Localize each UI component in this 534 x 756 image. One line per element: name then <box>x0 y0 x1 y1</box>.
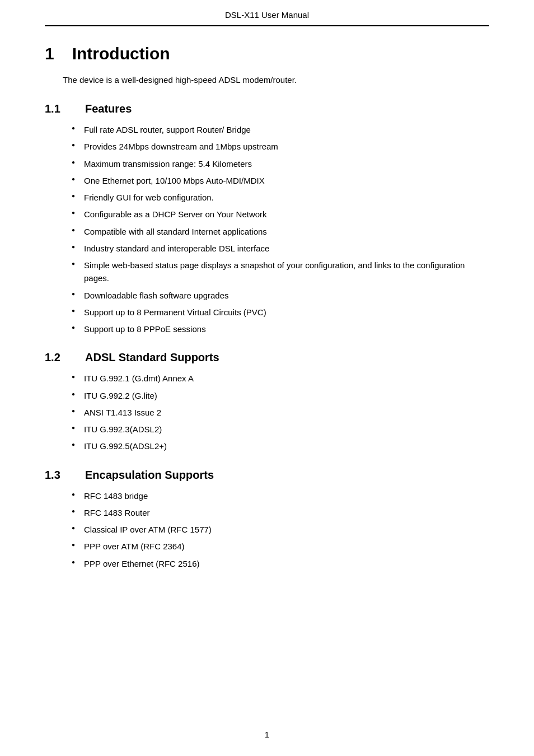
page: DSL-X11 User Manual 1 Introduction The d… <box>0 0 534 756</box>
section-12-title: ADSL Standard Supports <box>85 351 219 364</box>
list-item: RFC 1483 bridge <box>72 489 489 502</box>
list-item: ITU G.992.3(ADSL2) <box>72 423 489 436</box>
list-item: Downloadable flash software upgrades <box>72 289 489 302</box>
section-13-title: Encapsulation Supports <box>85 469 214 482</box>
section-11-title: Features <box>85 102 132 115</box>
list-item: Compatible with all standard Internet ap… <box>72 225 489 238</box>
intro-paragraph: The device is a well-designed high-speed… <box>63 73 489 87</box>
list-item: Friendly GUI for web configuration. <box>72 191 489 204</box>
chapter1-title: Introduction <box>72 44 170 63</box>
list-item: ITU G.992.5(ADSL2+) <box>72 440 489 452</box>
list-item: PPP over Ethernet (RFC 2516) <box>72 557 489 570</box>
page-number: 1 <box>265 730 269 739</box>
header-title: DSL-X11 User Manual <box>225 10 309 20</box>
list-item: ANSI T1.413 Issue 2 <box>72 406 489 419</box>
list-item: PPP over ATM (RFC 2364) <box>72 540 489 553</box>
list-item: Provides 24Mbps downstream and 1Mbps ups… <box>72 140 489 153</box>
section-13-number: 1.3 <box>45 469 69 482</box>
section-11-number: 1.1 <box>45 102 69 115</box>
features-list: Full rate ADSL router, support Router/ B… <box>72 123 489 335</box>
list-item: ITU G.992.1 (G.dmt) Annex A <box>72 372 489 385</box>
list-item: Classical IP over ATM (RFC 1577) <box>72 523 489 536</box>
section-12-number: 1.2 <box>45 351 69 364</box>
section-12-heading: 1.2 ADSL Standard Supports <box>45 351 489 364</box>
page-footer: 1 <box>0 730 534 739</box>
page-header: DSL-X11 User Manual <box>45 0 489 26</box>
adsl-standards-list: ITU G.992.1 (G.dmt) Annex AITU G.992.2 (… <box>72 372 489 452</box>
list-item: Industry standard and interoperable DSL … <box>72 242 489 255</box>
list-item: Maximum transmission range: 5.4 Kilomete… <box>72 157 489 170</box>
list-item: Support up to 8 PPPoE sessions <box>72 323 489 335</box>
section-11-heading: 1.1 Features <box>45 102 489 115</box>
encapsulation-list: RFC 1483 bridgeRFC 1483 RouterClassical … <box>72 489 489 570</box>
section-12: 1.2 ADSL Standard Supports ITU G.992.1 (… <box>45 351 489 452</box>
section-13-heading: 1.3 Encapsulation Supports <box>45 469 489 482</box>
list-item: Full rate ADSL router, support Router/ B… <box>72 123 489 136</box>
list-item: Support up to 8 Permanent Virtual Circui… <box>72 306 489 319</box>
list-item: Configurable as a DHCP Server on Your Ne… <box>72 208 489 221</box>
chapter1-heading: 1 Introduction <box>45 44 489 63</box>
list-item: RFC 1483 Router <box>72 506 489 519</box>
section-11: 1.1 Features Full rate ADSL router, supp… <box>45 102 489 335</box>
list-item: Simple web-based status page displays a … <box>72 259 489 285</box>
section-13: 1.3 Encapsulation Supports RFC 1483 brid… <box>45 469 489 570</box>
chapter1-number: 1 <box>45 44 54 63</box>
list-item: One Ethernet port, 10/100 Mbps Auto-MDI/… <box>72 174 489 187</box>
list-item: ITU G.992.2 (G.lite) <box>72 389 489 402</box>
